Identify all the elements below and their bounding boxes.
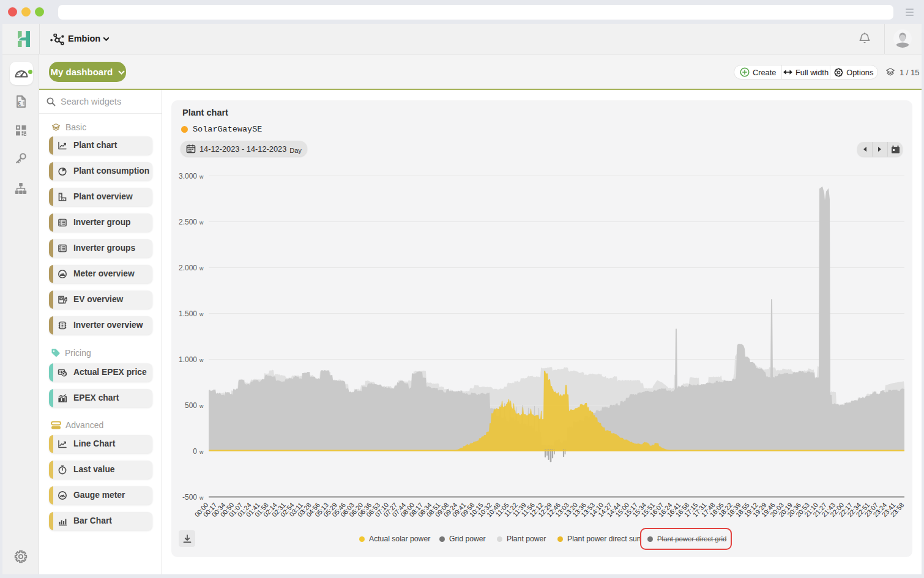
svg-text:w: w [199, 174, 204, 180]
svg-text:w: w [199, 449, 204, 455]
svg-text:1.000: 1.000 [179, 355, 197, 364]
svg-text:w: w [199, 357, 204, 363]
svg-text:w: w [199, 495, 204, 501]
svg-text:w: w [199, 311, 204, 317]
svg-text:0: 0 [193, 447, 197, 456]
svg-text:3.000: 3.000 [179, 172, 197, 180]
svg-text:w: w [199, 403, 204, 409]
svg-text:500: 500 [185, 401, 197, 410]
svg-text:1.500: 1.500 [179, 309, 197, 318]
svg-text:-500: -500 [182, 493, 197, 502]
svg-text:w: w [199, 220, 204, 226]
svg-text:2.500: 2.500 [179, 218, 197, 226]
svg-text:2.000: 2.000 [179, 264, 197, 272]
svg-text:w: w [199, 265, 204, 272]
